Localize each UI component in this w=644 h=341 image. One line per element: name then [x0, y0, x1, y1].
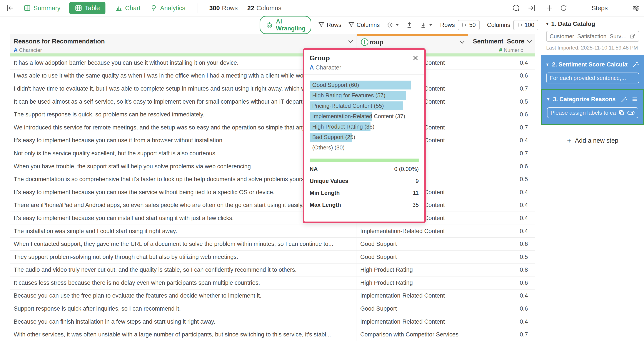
cell-score[interactable]: 0.4 — [468, 225, 535, 238]
table-row[interactable]: Because you can finish installation in a… — [10, 315, 535, 329]
upload-button[interactable] — [406, 21, 413, 29]
cell-reason-wrap[interactable]: The audio and video truly never cut out,… — [10, 264, 357, 277]
cell-group[interactable]: Implementation-Related Content — [357, 225, 468, 238]
cell-reason-wrap[interactable]: Because you can finish installation in a… — [10, 315, 357, 328]
menu-icon[interactable] — [632, 96, 638, 103]
table-row[interactable]: Support response is quick after inquirie… — [10, 302, 535, 315]
table-row[interactable]: When you have trouble, the support staff… — [10, 160, 535, 173]
table-row[interactable]: Not only is the service quality excellen… — [10, 147, 535, 160]
cell-group[interactable]: High Product Rating — [357, 277, 468, 289]
cell-reason-wrap[interactable]: When I contacted support, they gave me t… — [10, 238, 357, 250]
filter-rows-button[interactable]: Rows — [318, 21, 341, 28]
filter-columns-button[interactable]: Columns — [348, 21, 380, 28]
cell-score[interactable]: 0.4 — [468, 56, 535, 69]
rows-limit-input[interactable]: 50 — [458, 20, 480, 30]
cell-group[interactable]: Comparison with Competitor Services — [357, 328, 468, 341]
caret-down-icon[interactable]: ▾ — [547, 96, 550, 102]
data-source-field[interactable]: Customer_Satisfaction_Survey — [546, 31, 639, 42]
cell-score[interactable]: 0.4 — [468, 212, 535, 225]
table-row[interactable]: It can be used almost as a self-service,… — [10, 95, 535, 108]
columns-limit-input[interactable]: 100 — [513, 20, 538, 30]
table-row[interactable]: We introduced this service for remote me… — [10, 121, 535, 134]
download-button[interactable] — [420, 21, 433, 29]
table-row[interactable]: When I contacted support, they gave me t… — [10, 238, 535, 251]
cell-score[interactable]: 0.6 — [468, 69, 535, 82]
collapse-right-icon[interactable] — [528, 4, 536, 12]
table-settings-button[interactable] — [386, 21, 399, 29]
external-link-icon[interactable] — [629, 33, 636, 39]
cell-score[interactable]: 0.6 — [468, 238, 535, 250]
table-row[interactable]: The audio and video truly never cut out,… — [10, 264, 535, 277]
histogram-bar-row[interactable]: (Others) (30) — [310, 143, 419, 152]
table-row[interactable]: It has a low adoption barrier because yo… — [10, 56, 535, 69]
cell-score[interactable]: 0.7 — [468, 121, 535, 134]
cell-reason-wrap[interactable]: It causes less stress because there is n… — [10, 277, 357, 289]
table-row[interactable]: The support response is quick, so proble… — [10, 108, 535, 121]
copy-icon[interactable] — [618, 109, 625, 116]
ai-wrangling-button[interactable]: AI Wrangling — [260, 16, 311, 34]
close-icon[interactable] — [412, 55, 419, 61]
cell-score[interactable]: 0.7 — [468, 147, 535, 160]
toggle-icon[interactable] — [627, 109, 635, 116]
cell-group[interactable]: Good Support — [357, 302, 468, 315]
cell-reason-wrap[interactable]: With other services, it was often unstab… — [10, 328, 357, 341]
table-row[interactable]: There are iPhone/iPad and Android apps, … — [10, 199, 535, 212]
cell-group[interactable]: High Product Rating — [357, 264, 468, 277]
cell-score[interactable]: 0.4 — [468, 290, 535, 302]
cell-score[interactable]: 0.5 — [468, 173, 535, 186]
collapse-left-icon[interactable] — [6, 4, 14, 12]
histogram-bar-row[interactable]: Good Support (60) — [310, 81, 419, 89]
table-row[interactable]: The installation was simple and I could … — [10, 225, 535, 238]
cell-reason-wrap[interactable]: Because you can use the free plan to eva… — [10, 290, 357, 302]
sliders-icon[interactable] — [632, 4, 640, 12]
cell-score[interactable]: 0.4 — [468, 134, 535, 147]
table-row[interactable]: Because you can use the free plan to eva… — [10, 290, 535, 303]
cell-score[interactable]: 0.6 — [468, 108, 535, 121]
histogram-bar-row[interactable]: Implementation-Related Content (37) — [310, 112, 419, 121]
cell-score[interactable]: 0.4 — [468, 186, 535, 199]
caret-down-icon[interactable]: ▾ — [546, 21, 548, 27]
tab-table[interactable]: Table — [69, 2, 106, 14]
histogram-bar-row[interactable]: High Rating for Features (57) — [310, 91, 419, 100]
tab-summary[interactable]: Summary — [24, 4, 60, 12]
cell-group[interactable]: Implementation-Related Content — [357, 315, 468, 328]
table-row[interactable]: It's easy to implement because you can i… — [10, 212, 535, 225]
refresh-icon[interactable] — [560, 4, 568, 12]
cell-score[interactable]: 0.8 — [468, 264, 535, 277]
table-row[interactable]: It's easy to implement because you can u… — [10, 186, 535, 199]
cell-score[interactable]: 0.5 — [468, 95, 535, 108]
cell-score[interactable]: 0.6 — [468, 302, 535, 315]
step-data-catalog[interactable]: ▾ 1. Data Catalog Customer_Satisfaction_… — [542, 16, 644, 55]
table-row[interactable]: It causes less stress because there is n… — [10, 277, 535, 290]
magic-wand-icon[interactable] — [620, 96, 628, 103]
cell-reason-wrap[interactable]: Support response is quick after inquirie… — [10, 302, 357, 315]
chevron-down-icon[interactable] — [348, 40, 354, 43]
cell-reason-wrap[interactable]: The installation was simple and I could … — [10, 225, 357, 238]
table-row[interactable]: I didn't have time to evaluate it, but I… — [10, 82, 535, 95]
step-sentiment-score[interactable]: ▾ 2. Sentiment Score Calculat... For eac… — [542, 55, 644, 89]
info-icon[interactable] — [360, 38, 369, 46]
step-categorize-reasons[interactable]: ▾ 3. Categorize Reasons for... Please as… — [542, 89, 644, 125]
magic-wand-icon[interactable] — [632, 61, 639, 68]
caret-down-icon[interactable]: ▾ — [546, 62, 548, 67]
histogram-bar-row[interactable]: Bad Support (25) — [310, 133, 419, 142]
tab-chart[interactable]: Chart — [115, 4, 140, 12]
histogram-bar-row[interactable]: Pricing-Related Content (55) — [310, 101, 419, 110]
cell-reason-wrap[interactable]: They support problem-solving not only th… — [10, 251, 357, 264]
cell-score[interactable]: 0.7 — [468, 328, 535, 341]
step-prompt-field[interactable]: For each provided sentence,... — [546, 72, 639, 83]
cell-score[interactable]: 0.4 — [468, 199, 535, 212]
cell-group[interactable]: Implementation-Related Content — [357, 290, 468, 302]
add-icon[interactable] — [546, 4, 554, 12]
cell-score[interactable]: 0.6 — [468, 277, 535, 289]
cell-score[interactable]: 0.6 — [468, 160, 535, 173]
cell-group[interactable]: Good Support — [357, 238, 468, 250]
column-header-sentiment[interactable]: Sentiment_Score # Numeric — [468, 34, 535, 53]
table-row[interactable]: I was able to use it with the same quali… — [10, 69, 535, 82]
comment-icon[interactable] — [512, 4, 520, 12]
chevron-down-icon[interactable] — [526, 40, 532, 43]
table-row[interactable]: They support problem-solving not only th… — [10, 251, 535, 264]
tab-analytics[interactable]: Analytics — [150, 4, 185, 12]
cell-score[interactable]: 0.7 — [468, 82, 535, 95]
cell-group[interactable]: Good Support — [357, 251, 468, 264]
